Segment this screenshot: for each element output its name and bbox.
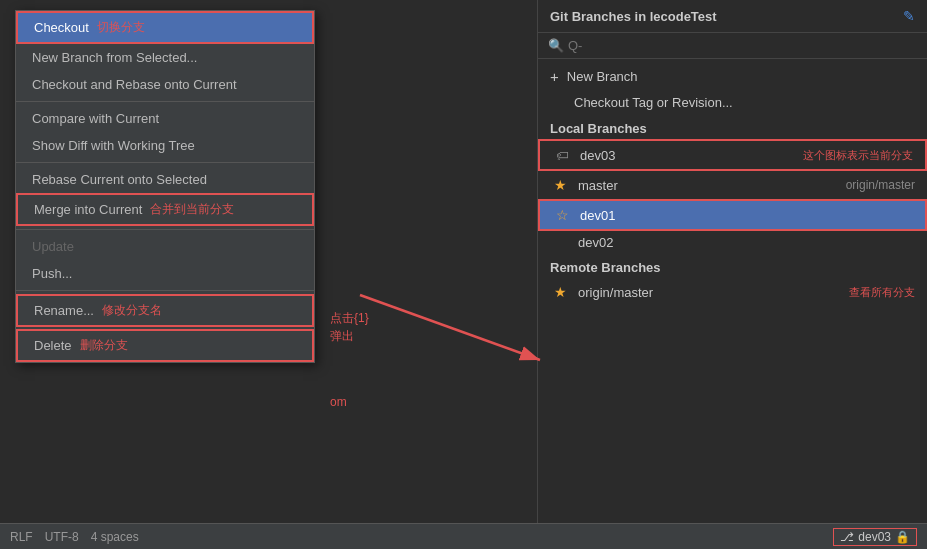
status-bar: RLF UTF-8 4 spaces ⎇ dev03 🔒 xyxy=(0,523,927,549)
context-menu: Checkout 切换分支 New Branch from Selected..… xyxy=(15,10,315,363)
menu-item-update: Update xyxy=(16,233,314,260)
status-branch-name: dev03 xyxy=(858,530,891,544)
svg-line-1 xyxy=(360,295,540,360)
git-panel-header: Git Branches in lecodeTest ✎ xyxy=(538,0,927,33)
branch-row-dev01[interactable]: ☆ dev01 xyxy=(538,199,927,231)
separator-3 xyxy=(16,229,314,230)
branch-name-master: master xyxy=(578,178,846,193)
plus-icon: + xyxy=(550,68,559,85)
branch-row-master[interactable]: ★ master origin/master xyxy=(538,171,927,199)
popup-text-2: 弹出 xyxy=(330,328,354,345)
branch-row-dev03[interactable]: 🏷 dev03 这个图标表示当前分支 xyxy=(538,139,927,171)
merge-chinese: 合并到当前分支 xyxy=(150,201,234,218)
master-remote: origin/master xyxy=(846,178,915,192)
status-rlf: RLF xyxy=(10,530,33,544)
local-branches-label: Local Branches xyxy=(538,115,927,139)
tag-icon-dev03: 🏷 xyxy=(552,145,572,165)
star-icon-origin: ★ xyxy=(550,282,570,302)
remote-branches-label: Remote Branches xyxy=(538,254,927,278)
branch-name-dev01: dev01 xyxy=(580,208,913,223)
menu-item-delete[interactable]: Delete 删除分支 xyxy=(16,329,314,362)
separator-2 xyxy=(16,162,314,163)
menu-item-rename[interactable]: Rename... 修改分支名 xyxy=(16,294,314,327)
delete-chinese: 删除分支 xyxy=(80,337,128,354)
star-icon-dev01: ☆ xyxy=(552,205,572,225)
menu-item-push[interactable]: Push... xyxy=(16,260,314,287)
menu-item-compare[interactable]: Compare with Current xyxy=(16,105,314,132)
status-branch[interactable]: ⎇ dev03 🔒 xyxy=(833,528,917,546)
menu-item-merge[interactable]: Merge into Current 合并到当前分支 xyxy=(16,193,314,226)
edit-icon[interactable]: ✎ xyxy=(903,8,915,24)
new-branch-label: New Branch xyxy=(567,69,638,84)
menu-item-checkout[interactable]: Checkout 切换分支 xyxy=(16,11,314,44)
popup-text-3: om xyxy=(330,395,347,409)
new-branch-row[interactable]: + New Branch xyxy=(538,63,927,90)
menu-item-checkout-rebase[interactable]: Checkout and Rebase onto Current xyxy=(16,71,314,98)
menu-item-rebase[interactable]: Rebase Current onto Selected xyxy=(16,166,314,193)
status-encoding: UTF-8 xyxy=(45,530,79,544)
branch-name-dev03: dev03 xyxy=(580,148,797,163)
menu-item-show-diff[interactable]: Show Diff with Working Tree xyxy=(16,132,314,159)
search-icon: 🔍 xyxy=(548,38,564,53)
lock-icon-status: 🔒 xyxy=(895,530,910,544)
search-input[interactable] xyxy=(568,38,917,53)
search-row: 🔍 xyxy=(538,33,927,59)
star-icon-master: ★ xyxy=(550,175,570,195)
checkout-tag-label: Checkout Tag or Revision... xyxy=(574,95,733,110)
branch-row-origin-master[interactable]: ★ origin/master 查看所有分支 xyxy=(538,278,927,306)
branch-icon-status: ⎇ xyxy=(840,530,854,544)
dev03-annotation: 这个图标表示当前分支 xyxy=(803,148,913,163)
checkout-label: Checkout xyxy=(34,20,89,35)
status-spaces: 4 spaces xyxy=(91,530,139,544)
rename-chinese: 修改分支名 xyxy=(102,302,162,319)
branch-list: + New Branch Checkout Tag or Revision...… xyxy=(538,59,927,549)
branch-name-origin-master: origin/master xyxy=(578,285,843,300)
checkout-chinese: 切换分支 xyxy=(97,19,145,36)
git-panel-title: Git Branches in lecodeTest xyxy=(550,9,717,24)
menu-item-new-branch[interactable]: New Branch from Selected... xyxy=(16,44,314,71)
checkout-tag-row[interactable]: Checkout Tag or Revision... xyxy=(538,90,927,115)
separator-4 xyxy=(16,290,314,291)
branch-row-dev02[interactable]: dev02 xyxy=(538,231,927,254)
git-panel: Git Branches in lecodeTest ✎ 🔍 + New Bra… xyxy=(537,0,927,549)
branch-name-dev02: dev02 xyxy=(578,235,915,250)
popup-text-1: 点击{1} xyxy=(330,310,369,327)
origin-annotation: 查看所有分支 xyxy=(849,285,915,300)
separator-1 xyxy=(16,101,314,102)
